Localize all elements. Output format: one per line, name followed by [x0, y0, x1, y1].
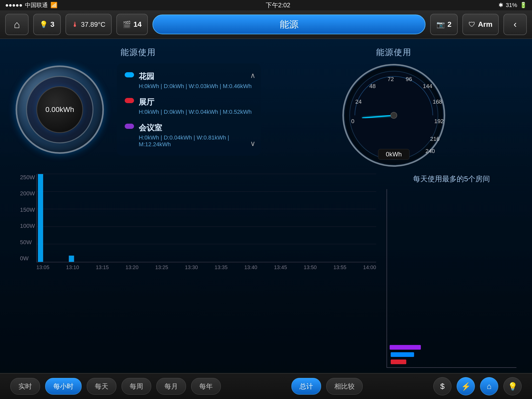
legend-text-showroom: 展厅 H:0kWh | D:0kWh | W:0.04kWh | M:0.52k…	[139, 97, 252, 115]
svg-text:96: 96	[406, 76, 412, 82]
back-button[interactable]: ‹	[503, 14, 527, 35]
x-label-1: 13:10	[66, 264, 79, 270]
chart-area: 0W 50W 100W 150W 200W 250W	[16, 174, 376, 368]
btn-weekly[interactable]: 每周	[122, 378, 151, 395]
svg-text:48: 48	[369, 83, 376, 89]
svg-text:0: 0	[351, 118, 354, 124]
btn-monthly[interactable]: 每月	[156, 378, 186, 395]
x-label-7: 13:40	[244, 264, 257, 270]
legend-dot-red	[125, 98, 134, 103]
svg-text:144: 144	[423, 83, 433, 89]
legend-item-garden: 花园 H:0kWh | D:0kWh | W:0.03kWh | M:0.46k…	[125, 71, 253, 90]
svg-text:168: 168	[433, 98, 442, 105]
legend-item-conference: 会议室 H:0kWh | D:0.04kWh | W:0.81kWh | M:1…	[125, 123, 253, 148]
svg-text:192: 192	[434, 118, 444, 124]
camera-button[interactable]: 📷 2	[430, 14, 458, 35]
btn-hourly[interactable]: 每小时	[45, 378, 82, 395]
status-right: ✱ 31% 🔋	[498, 2, 527, 9]
main-content: 能源使用 0.00kWh ∧	[0, 39, 532, 373]
svg-text:72: 72	[388, 76, 394, 82]
h-bar-purple	[390, 345, 421, 350]
battery-label: 31%	[506, 2, 517, 9]
temperature-value: 37.89°C	[81, 21, 105, 29]
btn-lightning[interactable]: ⚡	[457, 377, 475, 395]
garden-name: 花园	[139, 71, 252, 82]
showroom-data: H:0kWh | D:0kWh | W:0.04kWh | M:0.52kWh	[139, 109, 252, 115]
film-count: 14	[134, 20, 142, 29]
temperature-button[interactable]: 🌡 37.89°C	[65, 14, 112, 35]
gauge-inner: 0.00kWh	[26, 76, 94, 143]
battery-icon: 🔋	[520, 2, 527, 9]
lightning-icon: ⚡	[461, 382, 471, 391]
legend-dot-blue	[125, 72, 134, 77]
btn-bulb[interactable]: 💡	[503, 377, 522, 395]
energy-title: 能源	[280, 18, 298, 31]
film-icon: 🎬	[123, 21, 131, 29]
gauge-outer: 0.00kWh	[16, 65, 104, 154]
camera-count: 2	[447, 20, 451, 29]
top-nav: ⌂ 💡 3 🌡 37.89°C 🎬 14 能源 📷 2 🛡 Arm ‹	[0, 10, 532, 39]
bulb-icon: 💡	[39, 21, 48, 29]
x-axis: 13:05 13:10 13:15 13:20 13:25 13:30 13:3…	[36, 262, 376, 270]
gauge-center: 0.00kWh	[36, 86, 83, 133]
legend-text-conference: 会议室 H:0kWh | D:0.04kWh | W:0.81kWh | M:1…	[139, 123, 253, 148]
btn-dollar[interactable]: $	[433, 377, 451, 395]
btn-compare[interactable]: 相比较	[326, 378, 363, 395]
y-label-250: 250W	[20, 174, 35, 181]
svg-text:240: 240	[425, 148, 435, 154]
conference-data: H:0kWh | D:0.04kWh | W:0.81kWh | M:12.24…	[139, 134, 253, 148]
top-panels: 能源使用 0.00kWh ∧	[0, 39, 532, 174]
circular-gauge: 0.00kWh	[16, 65, 104, 154]
svg-text:24: 24	[355, 98, 362, 105]
wifi-icon: 📶	[50, 2, 57, 9]
y-label-50: 50W	[20, 239, 35, 246]
signal-dots: ●●●●●	[5, 2, 22, 9]
btn-total[interactable]: 总计	[291, 378, 321, 395]
x-label-4: 13:25	[155, 264, 168, 270]
btn-yearly[interactable]: 每年	[191, 378, 221, 395]
chart-container: 0W 50W 100W 150W 200W 250W	[36, 174, 376, 368]
scroll-up-icon[interactable]: ∧	[250, 71, 256, 80]
svg-point-14	[391, 112, 397, 118]
h-bar-blue	[391, 352, 414, 357]
home-button[interactable]: ⌂	[5, 14, 29, 35]
h-bar-row-2	[390, 352, 514, 357]
x-label-5: 13:30	[185, 264, 198, 270]
btn-realtime[interactable]: 实时	[10, 378, 40, 395]
lights-button[interactable]: 💡 3	[33, 14, 61, 35]
speedometer-gauge: 0 24 48 72 96 144 168 192 216	[342, 63, 446, 167]
energy-center-button[interactable]: 能源	[152, 15, 425, 34]
status-time: 下午2:02	[266, 1, 290, 9]
x-label-10: 13:55	[333, 264, 346, 270]
chart-bar-0	[38, 174, 43, 262]
status-left: ●●●●● 中国联通 📶	[5, 1, 57, 9]
lights-count: 3	[50, 20, 55, 29]
grid-lines	[37, 174, 376, 262]
btn-home[interactable]: ⌂	[480, 377, 498, 395]
y-label-0: 0W	[20, 255, 35, 262]
legend-dot-purple	[125, 124, 134, 129]
conference-name: 会议室	[139, 123, 253, 133]
x-label-9: 13:50	[304, 264, 317, 270]
y-axis: 0W 50W 100W 150W 200W 250W	[19, 174, 36, 262]
legend-area: ∧ 花园 H:0kWh | D:0kWh | W:0.03kWh | M:0.4…	[117, 63, 261, 156]
svg-text:216: 216	[430, 136, 440, 142]
left-gauge-area: 0.00kWh ∧ 花园 H:0kWh | D:0kWh | W:0.03kWh…	[16, 63, 261, 156]
showroom-name: 展厅	[139, 97, 252, 108]
x-label-2: 13:15	[96, 264, 109, 270]
scroll-down-icon[interactable]: ∨	[250, 139, 256, 148]
x-label-11: 14:00	[363, 264, 376, 270]
y-label-150: 150W	[20, 207, 35, 213]
svg-text:0kWh: 0kWh	[386, 151, 402, 158]
arm-button[interactable]: 🛡 Arm	[462, 14, 499, 35]
right-panel-title: 能源使用	[376, 47, 411, 58]
bottom-nav: 实时 每小时 每天 每周 每月 每年 总计 相比较 $ ⚡ ⌂ 💡	[0, 373, 532, 399]
h-bar-row-1	[390, 344, 514, 350]
h-bar-row-3	[390, 359, 514, 365]
film-button[interactable]: 🎬 14	[116, 14, 148, 35]
camera-icon: 📷	[436, 21, 445, 29]
btn-daily[interactable]: 每天	[87, 378, 116, 395]
y-label-100: 100W	[20, 223, 35, 229]
thermometer-icon: 🌡	[72, 21, 78, 29]
arm-icon: 🛡	[469, 21, 475, 29]
